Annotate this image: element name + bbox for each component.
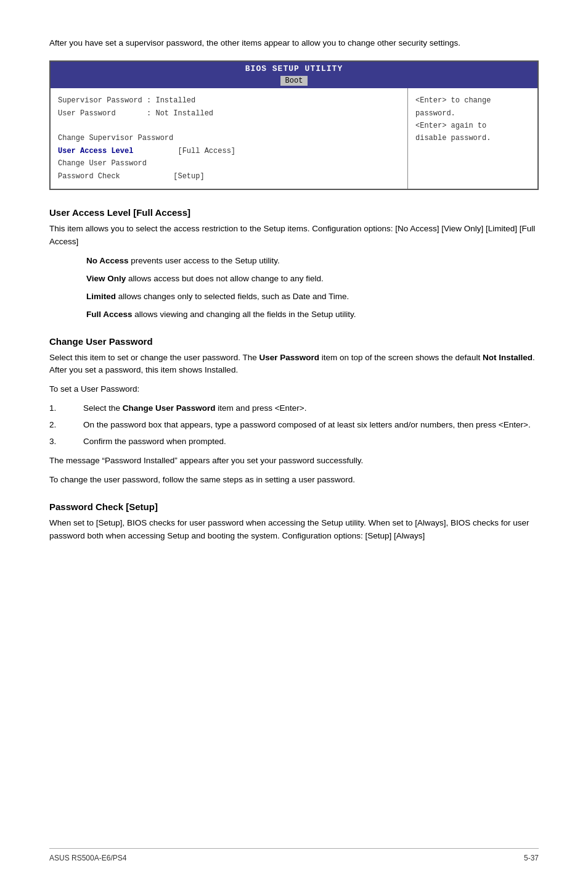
footer-left: ASUS RS500A-E6/PS4 (49, 854, 126, 862)
section-heading-2: Change User Password (49, 336, 539, 347)
bios-line-4: Change Supervisor Password (58, 132, 400, 144)
section-password-check: Password Check [Setup] When set to [Setu… (49, 501, 539, 543)
bios-screenshot: BIOS SETUP UTILITY Boot Supervisor Passw… (49, 60, 539, 190)
bios-hint-1: <Enter> to change (415, 94, 530, 107)
numbered-item-3: 3. Confirm the password when prompted. (49, 435, 539, 448)
bios-line-2: User Password : Not Installed (58, 107, 400, 120)
bios-line-7: Password Check [Setup] (58, 170, 400, 183)
bios-line-5: User Access Level [Full Access] (58, 145, 400, 157)
bios-line-3 (58, 120, 400, 132)
indent-no-access: No Access prevents user access to the Se… (86, 255, 539, 268)
item-content-1: Select the Change User Password item and… (83, 402, 539, 415)
section-heading-1: User Access Level [Full Access] (49, 207, 539, 218)
bios-right-panel: <Enter> to change password. <Enter> agai… (408, 88, 537, 189)
section-user-access-level: User Access Level [Full Access] This ite… (49, 207, 539, 321)
section-body-2c: The message “Password Installed” appears… (49, 455, 539, 468)
item-content-3: Confirm the password when prompted. (83, 435, 539, 448)
item-num-1: 1. (49, 402, 83, 415)
indent-limited: Limited allows changes only to selected … (86, 291, 539, 303)
bios-title: BIOS SETUP UTILITY (51, 62, 537, 73)
bios-hint-3: <Enter> again to (415, 120, 530, 132)
section-body-3: When set to [Setup], BIOS checks for use… (49, 517, 539, 543)
numbered-item-1: 1. Select the Change User Password item … (49, 402, 539, 415)
numbered-list: 1. Select the Change User Password item … (49, 402, 539, 448)
bios-boot-label: Boot (280, 76, 308, 86)
indent-full-access: Full Access allows viewing and changing … (86, 308, 539, 321)
bios-line-1: Supervisor Password : Installed (58, 94, 400, 107)
section-body-2d: To change the user password, follow the … (49, 474, 539, 487)
footer: ASUS RS500A-E6/PS4 5-37 (49, 848, 539, 862)
section-body-2: Select this item to set or change the us… (49, 352, 539, 377)
section-body-1: This item allows you to select the acces… (49, 223, 539, 249)
bios-hint-2: password. (415, 107, 530, 120)
item-num-3: 3. (49, 435, 83, 448)
footer-right: 5-37 (524, 854, 539, 862)
bios-hint-4: disable password. (415, 132, 530, 144)
item-num-2: 2. (49, 419, 83, 432)
bios-left-panel: Supervisor Password : Installed User Pas… (51, 88, 408, 189)
section-change-user-password: Change User Password Select this item to… (49, 336, 539, 487)
indent-view-only: View Only allows access but does not all… (86, 273, 539, 286)
bios-boot-bar: Boot (51, 73, 537, 88)
numbered-item-2: 2. On the password box that appears, typ… (49, 419, 539, 432)
bios-body: Supervisor Password : Installed User Pas… (51, 88, 537, 189)
bios-line-6: Change User Password (58, 157, 400, 170)
section-heading-3: Password Check [Setup] (49, 501, 539, 512)
item-content-2: On the password box that appears, type a… (83, 419, 539, 432)
intro-paragraph: After you have set a supervisor password… (49, 37, 539, 49)
section-body-2b: To set a User Password: (49, 383, 539, 396)
